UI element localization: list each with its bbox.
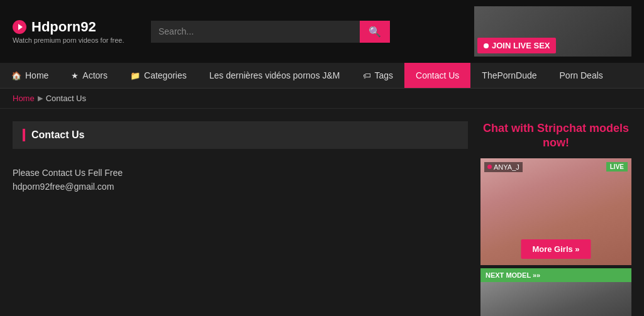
cam-username: ANYA_J (484, 162, 523, 172)
join-live-button[interactable]: JOIN LIVE SEX (477, 38, 556, 53)
live-dot (484, 43, 489, 48)
section-header: Contact Us (13, 121, 468, 149)
nav-label-derniere: Les dernières vidéos pornos J&M (209, 70, 340, 80)
header-ad[interactable]: JOIN LIVE SEX (474, 6, 631, 57)
contact-email: hdporn92free@gmail.com (13, 182, 468, 192)
contact-info: Please Contact Us Fell Free hdporn92free… (13, 161, 468, 198)
next-model-label: NEXT MODEL »» (486, 271, 540, 279)
content-area: Contact Us Please Contact Us Fell Free h… (13, 121, 468, 316)
cam-username-label: ANYA_J (494, 163, 519, 171)
nav-item-theporndude[interactable]: ThePornDude (470, 63, 548, 88)
chat-brand: Stripchat (537, 122, 586, 134)
nav-item-derniere[interactable]: Les dernières vidéos pornos J&M (198, 63, 352, 88)
sidebar: Chat with Stripchat models now! ANYA_J L… (480, 121, 631, 316)
breadcrumb-current: Contact Us (46, 94, 86, 103)
nav-label-home: Home (25, 70, 48, 80)
nav-item-categories[interactable]: 📁 Categories (119, 63, 198, 88)
join-live-label: JOIN LIVE SEX (492, 41, 550, 50)
search-button[interactable]: 🔍 (360, 21, 390, 43)
nav-label-contact: Contact Us (416, 70, 459, 80)
search-icon: 🔍 (369, 26, 381, 37)
nav-item-tags[interactable]: 🏷 Tags (352, 63, 405, 88)
breadcrumb: Home ▶ Contact Us (0, 89, 644, 109)
section-header-bar (23, 129, 25, 141)
cam-preview[interactable]: ANYA_J LIVE More Girls » (480, 158, 631, 265)
contact-text-main: Please Contact Us Fell Free (13, 168, 468, 178)
nav-item-actors[interactable]: ★ Actors (60, 63, 119, 88)
search-area: 🔍 (151, 21, 390, 43)
logo-subtitle: Watch premium porn videos for free. (13, 36, 138, 44)
nav-label-actors: Actors (82, 70, 108, 80)
nav-item-contact[interactable]: Contact Us (404, 63, 470, 88)
cam-preview-2[interactable] (480, 282, 631, 316)
main-layout: Contact Us Please Contact Us Fell Free h… (0, 109, 644, 316)
breadcrumb-home[interactable]: Home (13, 94, 35, 103)
categories-icon: 📁 (130, 71, 140, 80)
live-badge: LIVE (606, 162, 628, 172)
tags-icon: 🏷 (363, 71, 371, 80)
nav-item-porndeals[interactable]: Porn Deals (548, 63, 614, 88)
nav-label-porndeals: Porn Deals (560, 70, 603, 80)
nav-label-tags: Tags (375, 70, 394, 80)
logo-area: Hdporn92 Watch premium porn videos for f… (13, 19, 138, 44)
next-model-bar[interactable]: NEXT MODEL »» (480, 268, 631, 282)
play-icon (13, 20, 26, 34)
chat-heading-pre: Chat with (483, 122, 537, 134)
nav-label-theporndude: ThePornDude (482, 70, 536, 80)
home-icon: 🏠 (11, 71, 21, 80)
nav-label-categories: Categories (144, 70, 187, 80)
main-nav: 🏠 Home ★ Actors 📁 Categories Les dernièr… (0, 63, 644, 89)
more-girls-button[interactable]: More Girls » (521, 239, 591, 259)
online-dot (487, 165, 492, 169)
ad-inner: JOIN LIVE SEX (474, 6, 631, 57)
search-input[interactable] (151, 21, 360, 43)
logo-title[interactable]: Hdporn92 (13, 19, 138, 35)
nav-item-home[interactable]: 🏠 Home (0, 63, 60, 88)
cam-preview2-bg (480, 282, 631, 316)
breadcrumb-sep: ▶ (38, 94, 43, 102)
sidebar-chat-heading: Chat with Stripchat models now! (480, 121, 631, 151)
section-title: Contact Us (31, 129, 84, 141)
actors-icon: ★ (71, 71, 79, 80)
logo-text: Hdporn92 (31, 19, 96, 35)
header: Hdporn92 Watch premium porn videos for f… (0, 0, 644, 63)
